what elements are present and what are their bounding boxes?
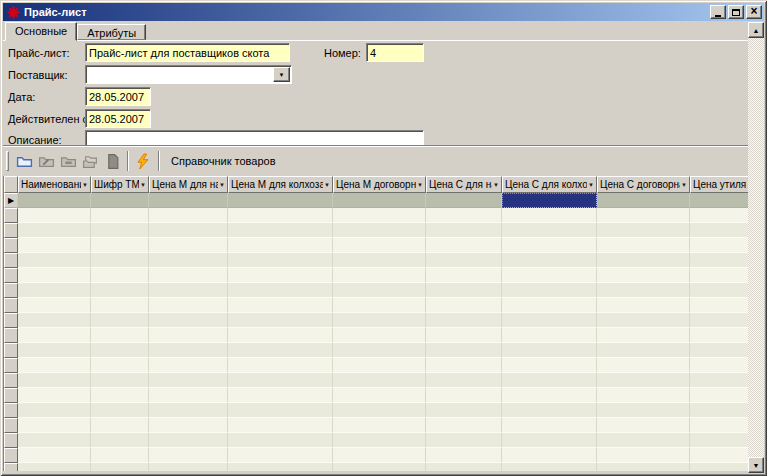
table-cell[interactable] xyxy=(228,268,333,283)
selected-cell[interactable] xyxy=(502,193,597,208)
table-cell[interactable] xyxy=(91,208,149,223)
table-cell[interactable] xyxy=(228,448,333,463)
table-row[interactable] xyxy=(4,223,748,238)
table-cell[interactable] xyxy=(426,193,502,208)
report-button[interactable] xyxy=(101,150,123,172)
table-cell[interactable] xyxy=(333,448,426,463)
table-cell[interactable] xyxy=(18,268,91,283)
table-cell[interactable] xyxy=(18,463,91,471)
table-cell[interactable] xyxy=(597,298,690,313)
table-cell[interactable] xyxy=(149,193,228,208)
table-cell[interactable] xyxy=(597,463,690,471)
table-cell[interactable] xyxy=(426,313,502,328)
column-header-price-m-contract[interactable]: Цена М договорная▼ xyxy=(333,176,426,193)
table-cell[interactable] xyxy=(91,313,149,328)
table-cell[interactable] xyxy=(228,403,333,418)
table-cell[interactable] xyxy=(18,208,91,223)
table-cell[interactable] xyxy=(690,373,748,388)
table-cell[interactable] xyxy=(690,193,748,208)
table-cell[interactable] xyxy=(228,208,333,223)
column-header-price-s-kolkhoz[interactable]: Цена С для колхоза▼ xyxy=(502,176,597,193)
date-input[interactable] xyxy=(85,87,151,106)
table-cell[interactable] xyxy=(333,223,426,238)
table-cell[interactable] xyxy=(597,358,690,373)
table-row[interactable] xyxy=(4,463,748,471)
table-row[interactable] xyxy=(4,373,748,388)
table-cell[interactable] xyxy=(502,223,597,238)
table-row[interactable] xyxy=(4,448,748,463)
filter-dropdown-icon[interactable]: ▼ xyxy=(417,182,423,188)
toolbar-gripper[interactable] xyxy=(6,151,9,171)
table-cell[interactable] xyxy=(597,448,690,463)
table-cell[interactable] xyxy=(597,403,690,418)
table-cell[interactable] xyxy=(149,343,228,358)
filter-dropdown-icon[interactable]: ▼ xyxy=(681,182,687,188)
table-cell[interactable] xyxy=(426,223,502,238)
table-cell[interactable] xyxy=(426,343,502,358)
table-cell[interactable] xyxy=(690,463,748,471)
table-cell[interactable] xyxy=(426,448,502,463)
pricelist-input[interactable] xyxy=(85,43,290,62)
table-cell[interactable] xyxy=(91,328,149,343)
table-cell[interactable] xyxy=(597,433,690,448)
table-cell[interactable] xyxy=(502,268,597,283)
table-cell[interactable] xyxy=(333,208,426,223)
table-cell[interactable] xyxy=(149,238,228,253)
table-cell[interactable] xyxy=(228,193,333,208)
table-cell[interactable] xyxy=(597,373,690,388)
table-cell[interactable] xyxy=(502,463,597,471)
table-cell[interactable] xyxy=(18,403,91,418)
filter-dropdown-icon[interactable]: ▼ xyxy=(219,182,225,188)
table-cell[interactable] xyxy=(228,358,333,373)
table-cell[interactable] xyxy=(690,253,748,268)
table-cell[interactable] xyxy=(18,433,91,448)
table-row[interactable] xyxy=(4,388,748,403)
table-cell[interactable] xyxy=(597,238,690,253)
table-cell[interactable] xyxy=(333,373,426,388)
maximize-button[interactable] xyxy=(728,5,744,19)
vertical-scrollbar[interactable]: ▲ ▼ xyxy=(748,22,764,473)
table-cell[interactable] xyxy=(149,283,228,298)
table-cell[interactable] xyxy=(91,433,149,448)
column-header-code[interactable]: Шифр ТМЦ▼ xyxy=(91,176,149,193)
table-cell[interactable] xyxy=(502,238,597,253)
table-cell[interactable] xyxy=(149,403,228,418)
table-cell[interactable] xyxy=(91,403,149,418)
filter-dropdown-icon[interactable]: ▼ xyxy=(493,182,499,188)
table-cell[interactable] xyxy=(149,223,228,238)
table-cell[interactable] xyxy=(91,448,149,463)
table-cell[interactable] xyxy=(333,358,426,373)
table-cell[interactable] xyxy=(426,388,502,403)
table-cell[interactable] xyxy=(91,343,149,358)
table-cell[interactable] xyxy=(597,208,690,223)
table-cell[interactable] xyxy=(333,418,426,433)
table-cell[interactable] xyxy=(426,238,502,253)
table-cell[interactable] xyxy=(18,418,91,433)
table-cell[interactable] xyxy=(690,223,748,238)
table-cell[interactable] xyxy=(18,343,91,358)
table-cell[interactable] xyxy=(426,373,502,388)
table-cell[interactable] xyxy=(426,358,502,373)
table-cell[interactable] xyxy=(690,448,748,463)
table-cell[interactable] xyxy=(228,238,333,253)
filter-dropdown-icon[interactable]: ▼ xyxy=(140,182,146,188)
column-header-price-m-kolkhoz[interactable]: Цена М для колхоза▼ xyxy=(228,176,333,193)
table-row[interactable] xyxy=(4,328,748,343)
table-row[interactable] xyxy=(4,343,748,358)
table-row[interactable] xyxy=(4,283,748,298)
table-cell[interactable] xyxy=(333,283,426,298)
table-cell[interactable] xyxy=(149,433,228,448)
table-cell[interactable] xyxy=(426,403,502,418)
edit-row-button[interactable] xyxy=(35,150,57,172)
table-cell[interactable] xyxy=(333,328,426,343)
table-cell[interactable] xyxy=(502,313,597,328)
table-cell[interactable] xyxy=(690,283,748,298)
table-cell[interactable] xyxy=(149,313,228,328)
column-header-price-m-us[interactable]: Цена М для нас▼ xyxy=(149,176,228,193)
table-row[interactable] xyxy=(4,238,748,253)
table-cell[interactable] xyxy=(149,298,228,313)
table-cell[interactable] xyxy=(91,238,149,253)
table-cell[interactable] xyxy=(690,388,748,403)
table-cell[interactable] xyxy=(597,193,690,208)
valid-from-input[interactable] xyxy=(85,109,151,128)
